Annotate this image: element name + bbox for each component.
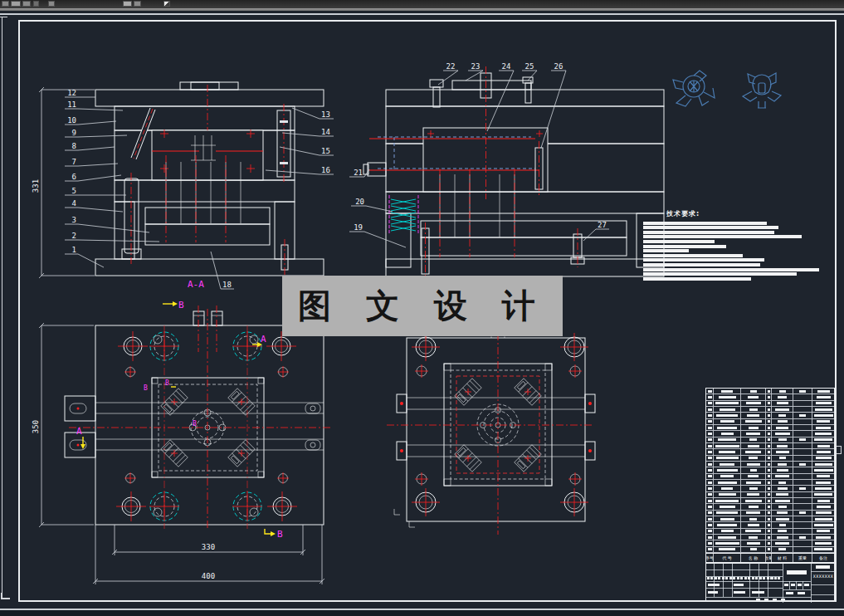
bom-row bbox=[706, 486, 834, 491]
bom-cell bbox=[741, 438, 766, 442]
bom-cell bbox=[812, 407, 834, 412]
bom-cell bbox=[812, 492, 834, 497]
bom-row bbox=[706, 419, 834, 425]
fold-mark bbox=[837, 446, 842, 454]
bom-cell bbox=[812, 480, 834, 485]
bom-cell bbox=[714, 522, 741, 527]
bom-cell bbox=[772, 511, 793, 516]
bom-cell bbox=[772, 462, 793, 467]
bom-cell bbox=[812, 449, 834, 454]
below-sheet-strip bbox=[0, 610, 844, 616]
bom-cell bbox=[793, 492, 812, 497]
bom-row bbox=[706, 511, 834, 516]
svg-text:A: A bbox=[76, 426, 82, 437]
bom-cell bbox=[766, 540, 772, 545]
springs bbox=[389, 195, 418, 234]
bom-cell bbox=[793, 443, 812, 448]
bom-row bbox=[706, 535, 834, 540]
bom-cell bbox=[766, 449, 772, 454]
dim-350: 350 bbox=[32, 323, 94, 527]
bom-row bbox=[706, 438, 834, 443]
bom-cell bbox=[766, 529, 772, 534]
sheet-left-edge bbox=[2, 17, 2, 598]
bom-cell bbox=[706, 535, 714, 540]
bom-row bbox=[706, 504, 834, 510]
toolbar-icon[interactable] bbox=[33, 1, 39, 7]
bom-cell bbox=[793, 462, 812, 467]
bom-cell bbox=[741, 474, 766, 479]
sheet-top-edge bbox=[0, 13, 844, 15]
bom-cell bbox=[706, 419, 714, 424]
bom-cell bbox=[793, 511, 812, 516]
bom-cell bbox=[706, 467, 714, 472]
bom-cell bbox=[741, 516, 766, 521]
bom-cell bbox=[714, 425, 741, 430]
part-callout: 4 bbox=[72, 199, 76, 208]
dim-400: 400 bbox=[93, 525, 324, 584]
toolbar-icon[interactable] bbox=[123, 1, 132, 7]
bom-cell bbox=[714, 467, 741, 472]
svg-text:A-A: A-A bbox=[188, 279, 204, 290]
pencil-icon[interactable] bbox=[163, 1, 170, 7]
toolbar-icon[interactable] bbox=[48, 1, 55, 7]
part-callout: 19 bbox=[354, 223, 363, 232]
bom-cell bbox=[793, 535, 812, 540]
bom-cell bbox=[741, 389, 766, 394]
bom-cell bbox=[793, 394, 812, 399]
bom-cell bbox=[706, 480, 714, 485]
bom-cell bbox=[812, 456, 834, 461]
bom-cell bbox=[766, 456, 772, 461]
tech-requirement-line bbox=[643, 263, 760, 266]
guide-pillar bbox=[122, 173, 141, 264]
bom-cell bbox=[812, 419, 834, 424]
bom-cell bbox=[714, 407, 741, 412]
bom-cell bbox=[766, 498, 772, 503]
bom-cell bbox=[793, 401, 812, 406]
svg-text:B: B bbox=[193, 420, 197, 428]
bom-cell bbox=[812, 516, 834, 521]
dim-text: 400 bbox=[202, 572, 215, 580]
toolbar-icon[interactable] bbox=[2, 1, 9, 7]
bom-cell bbox=[772, 467, 793, 472]
bom-cell bbox=[772, 438, 793, 442]
bom-cell bbox=[714, 462, 741, 467]
bom-cell bbox=[812, 394, 834, 399]
bom-cell bbox=[714, 394, 741, 399]
bom-cell bbox=[772, 522, 793, 527]
bom-cell bbox=[706, 449, 714, 454]
bom-cell bbox=[772, 486, 793, 491]
tech-requirement-line bbox=[643, 272, 797, 276]
bom-cell bbox=[793, 547, 812, 552]
bom-cell bbox=[741, 511, 766, 516]
tech-requirements-redacted-lines bbox=[643, 222, 822, 281]
bom-cell bbox=[812, 467, 834, 472]
bom-row bbox=[706, 522, 834, 528]
toolbar-icon[interactable] bbox=[22, 1, 31, 7]
bom-cell bbox=[766, 431, 772, 436]
bom-cell bbox=[793, 480, 812, 485]
bom-row bbox=[706, 407, 834, 413]
bom-cell bbox=[706, 498, 714, 503]
bom-cell bbox=[812, 474, 834, 479]
guide-holes bbox=[116, 331, 297, 521]
bom-cell bbox=[812, 401, 834, 406]
bom-cell bbox=[772, 425, 793, 430]
bom-cell bbox=[741, 504, 766, 509]
bom-cell bbox=[706, 486, 714, 491]
part-callout: 1 bbox=[72, 246, 76, 254]
bom-row bbox=[706, 540, 834, 546]
bom-cell bbox=[772, 540, 793, 545]
bom-cell bbox=[766, 486, 772, 491]
part-callout: 15 bbox=[321, 147, 330, 155]
bom-row bbox=[706, 389, 834, 394]
svg-text:B: B bbox=[178, 300, 184, 310]
plan-view-left: B A A B B B B 330 400 350 bbox=[32, 292, 340, 593]
part-callout: 10 bbox=[67, 116, 76, 125]
toolbar-icon[interactable] bbox=[134, 1, 141, 7]
bom-cell bbox=[766, 407, 772, 412]
toolbar-icon[interactable] bbox=[11, 1, 21, 7]
part-3d-view-2 bbox=[743, 73, 781, 108]
bom-rows bbox=[706, 389, 834, 553]
bom-cell bbox=[714, 443, 741, 448]
bom-cell bbox=[766, 480, 772, 485]
